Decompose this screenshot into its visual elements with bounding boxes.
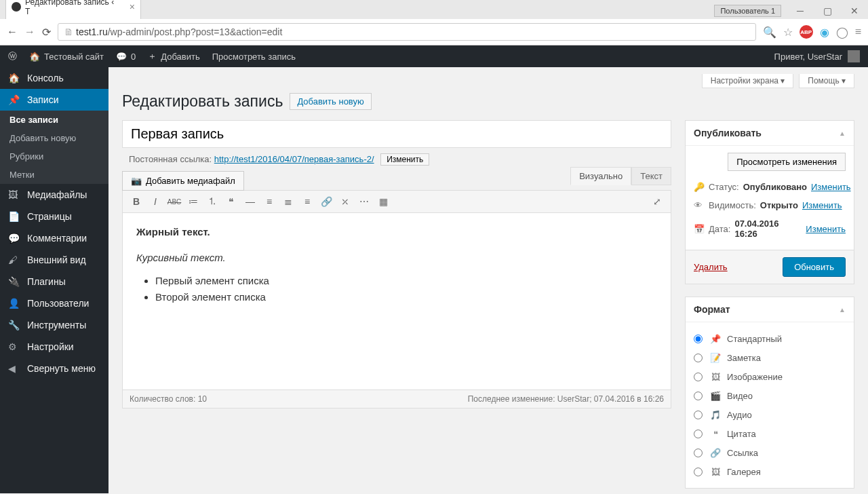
wp-admin-bar: ⓦ 🏠Тестовый сайт 💬0 ＋Добавить Просмотрет… — [0, 45, 868, 67]
menu-users[interactable]: 👤Пользователи — [0, 292, 108, 314]
toggle-icon[interactable]: ▲ — [839, 130, 846, 137]
nav-back-icon[interactable]: ← — [7, 26, 18, 38]
quote-button[interactable]: ❝ — [223, 193, 239, 210]
permalink-edit-button[interactable]: Изменить — [380, 153, 429, 166]
format-video[interactable]: 🎬Видео — [694, 386, 846, 405]
extension-icon[interactable]: ◉ — [820, 26, 829, 39]
bullet-list-button[interactable]: ≔ — [185, 193, 201, 210]
view-post[interactable]: Просмотреть запись — [212, 52, 296, 62]
user-badge[interactable]: Пользователь 1 — [714, 5, 781, 17]
permalink-url[interactable]: http://test1/2016/04/07/первая-запись-2/ — [214, 154, 374, 164]
eye-icon: 👁 — [694, 200, 705, 210]
strike-button[interactable]: ABC — [166, 193, 182, 210]
editor-content[interactable]: Жирный текст. Курсивный текст. Первый эл… — [123, 213, 671, 390]
menu-pages[interactable]: 📄Страницы — [0, 206, 108, 227]
more-button[interactable]: ⋯ — [356, 193, 372, 210]
menu-comments[interactable]: 💬Комментарии — [0, 227, 108, 249]
fullscreen-button[interactable]: ⤢ — [649, 193, 665, 210]
avatar-icon[interactable] — [848, 50, 860, 62]
align-center-button[interactable]: ≣ — [280, 193, 296, 210]
italic-button[interactable]: I — [147, 193, 163, 210]
submenu-tags[interactable]: Метки — [0, 166, 108, 184]
submenu-categories[interactable]: Рубрики — [0, 147, 108, 166]
url-bar[interactable]: 🗎 test1.ru/wp-admin/post.php?post=13&act… — [58, 23, 756, 41]
zoom-icon[interactable]: 🔍 — [763, 26, 776, 39]
format-audio[interactable]: 🎵Аудио — [694, 405, 846, 424]
edit-visibility-link[interactable]: Изменить — [802, 200, 842, 210]
posts-submenu: Все записи Добавить новую Рубрики Метки — [0, 111, 108, 184]
numbered-list-button[interactable]: ⒈ — [204, 193, 220, 210]
gallery-icon: 🖼 — [709, 466, 722, 478]
editor-tab-visual[interactable]: Визуально — [570, 167, 631, 185]
hr-button[interactable]: — — [242, 193, 258, 210]
post-title-input[interactable] — [122, 120, 671, 148]
nav-reload-icon[interactable]: ⟳ — [42, 26, 51, 39]
user-icon: 👤 — [8, 298, 20, 309]
menu-tools[interactable]: 🔧Инструменты — [0, 314, 108, 336]
format-image[interactable]: 🖼Изображение — [694, 367, 846, 386]
link-button[interactable]: 🔗 — [318, 193, 334, 210]
page-icon: 📄 — [8, 211, 20, 222]
editor-tab-text[interactable]: Текст — [631, 167, 671, 185]
delete-link[interactable]: Удалить — [694, 262, 728, 272]
preview-button[interactable]: Просмотреть изменения — [728, 153, 846, 171]
edit-status-link[interactable]: Изменить — [811, 182, 851, 192]
menu-collapse[interactable]: ◀Свернуть меню — [0, 358, 108, 379]
calendar-icon: 📅 — [694, 224, 705, 234]
window-close-icon[interactable]: ✕ — [841, 3, 868, 19]
screen-options-toggle[interactable]: Настройки экрана ▾ — [702, 74, 794, 88]
toggle-icon[interactable]: ▲ — [839, 306, 846, 314]
window-minimize-icon[interactable]: ─ — [787, 3, 814, 19]
comments-link[interactable]: 💬0 — [116, 52, 136, 62]
site-name[interactable]: 🏠Тестовый сайт — [29, 52, 104, 62]
align-right-button[interactable]: ≡ — [299, 193, 315, 210]
format-standard[interactable]: 📌Стандартный — [694, 329, 846, 348]
pin-icon: 📌 — [709, 332, 722, 345]
abp-icon[interactable]: ABP — [800, 25, 813, 39]
tab-close-icon[interactable]: × — [130, 1, 135, 12]
nav-forward-icon[interactable]: → — [24, 26, 35, 38]
unlink-button[interactable]: ⤫ — [337, 193, 353, 210]
update-button[interactable]: Обновить — [783, 257, 846, 277]
kitchensink-button[interactable]: ▦ — [375, 193, 391, 210]
wordpress-icon: ⓦ — [8, 50, 17, 62]
url-path: /wp-admin/post.php?post=13&action=edit — [108, 26, 283, 37]
format-quote[interactable]: ❝Цитата — [694, 424, 846, 443]
camera-icon: 📷 — [131, 176, 142, 186]
browser-tab[interactable]: Редактировать запись ‹ Т × — [5, 0, 141, 19]
bookmark-icon[interactable]: ☆ — [783, 26, 793, 39]
submenu-add-new[interactable]: Добавить новую — [0, 129, 108, 147]
edit-date-link[interactable]: Изменить — [806, 224, 846, 234]
menu-appearance[interactable]: 🖌Внешний вид — [0, 249, 108, 271]
format-gallery[interactable]: 🖼Галерея — [694, 462, 846, 481]
profile-icon[interactable]: ◯ — [836, 26, 848, 39]
menu-media[interactable]: 🖼Медиафайлы — [0, 184, 108, 206]
menu-settings[interactable]: ⚙Настройки — [0, 336, 108, 358]
format-aside[interactable]: 📝Заметка — [694, 348, 846, 367]
menu-posts[interactable]: 📌Записи — [0, 89, 108, 111]
quote-icon: ❝ — [709, 428, 722, 440]
link-icon: 🔗 — [709, 446, 722, 459]
menu-dashboard[interactable]: 🏠Консоль — [0, 67, 108, 89]
brush-icon: 🖌 — [8, 254, 20, 265]
editor: B I ABC ≔ ⒈ ❝ — ≡ ≣ ≡ 🔗 ⤫ ⋯ ▦ ⤢ — [122, 190, 671, 408]
menu-icon[interactable]: ≡ — [855, 26, 861, 38]
format-link[interactable]: 🔗Ссылка — [694, 443, 846, 462]
bold-button[interactable]: B — [128, 193, 144, 210]
editor-toolbar: B I ABC ≔ ⒈ ❝ — ≡ ≣ ≡ 🔗 ⤫ ⋯ ▦ ⤢ — [123, 191, 671, 213]
word-count: Количество слов: 10 — [130, 394, 207, 404]
note-icon: 📝 — [709, 352, 722, 364]
format-box: Формат ▲ 📌Стандартный 📝Заметка 🖼Изображе… — [685, 297, 854, 489]
align-left-button[interactable]: ≡ — [261, 193, 277, 210]
add-new[interactable]: ＋Добавить — [148, 50, 199, 62]
publish-box: Опубликовать ▲ Просмотреть изменения 🔑 С… — [685, 120, 854, 284]
wp-logo[interactable]: ⓦ — [8, 50, 17, 62]
add-media-button[interactable]: 📷Добавить медиафайл — [122, 171, 244, 191]
url-protocol-icon: 🗎 — [64, 26, 73, 37]
help-toggle[interactable]: Помощь ▾ — [799, 74, 854, 88]
howdy[interactable]: Привет, UserStar — [774, 52, 842, 62]
menu-plugins[interactable]: 🔌Плагины — [0, 271, 108, 292]
add-new-button[interactable]: Добавить новую — [290, 93, 371, 110]
window-maximize-icon[interactable]: ▢ — [814, 3, 841, 19]
submenu-all-posts[interactable]: Все записи — [0, 111, 108, 129]
